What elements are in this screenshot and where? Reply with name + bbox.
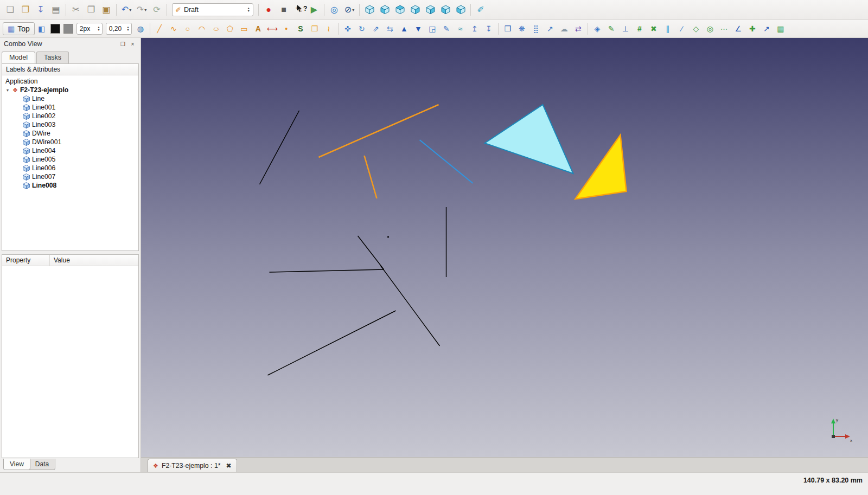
snap-endpoint-button[interactable]: ✎ [604,22,618,36]
right-view-button[interactable] [407,2,423,17]
undo-button-dropdown-arrow[interactable]: ▾ [129,8,131,12]
tree-item-dwire[interactable]: DWire [2,129,138,138]
property-column-header[interactable]: Property [2,255,50,266]
document-tab-close-icon[interactable]: ✖ [226,462,232,470]
new-document-button[interactable]: ❏ [3,2,18,17]
move-button[interactable]: ✜ [341,22,355,36]
orange-line-long[interactable] [319,105,439,157]
black-line-2[interactable] [358,236,384,269]
snap-intersection-button[interactable]: ✚ [745,22,760,36]
macro-stop-button[interactable]: ■ [276,2,291,17]
draft-rectangle-button[interactable]: ▭ [237,22,251,36]
autogroup-button[interactable]: ◍ [133,22,148,36]
draw-style-button-dropdown-arrow[interactable]: ▾ [352,8,354,12]
axonometric-view-button[interactable] [362,2,377,17]
tree-item-line007[interactable]: Line007 [2,172,138,181]
3d-viewport[interactable]: y x [141,38,868,457]
snap-special-button[interactable]: ◇ [689,22,703,36]
print-button[interactable]: ▤ [48,2,63,17]
array-button[interactable]: ❒ [501,22,515,36]
construction-mode-button[interactable]: ◧ [35,22,49,36]
snap-angle-button[interactable]: # [633,22,647,36]
macro-execute-button[interactable]: ▶ [307,2,322,17]
draft-point[interactable] [387,236,389,237]
scale-button[interactable]: ◲ [425,22,439,36]
polar-array-button[interactable]: ❋ [515,22,529,36]
snap-parallel-button[interactable]: ∥ [661,22,675,36]
bottom-view-button[interactable] [438,2,453,17]
black-line-1[interactable] [260,111,299,184]
snap-grid-button[interactable]: ▦ [774,22,788,36]
edit-button[interactable]: ✎ [439,22,454,36]
rotate-button[interactable]: ↻ [355,22,369,36]
line-width-spinbox[interactable]: 2px▲▼ [76,23,103,35]
value-column-header[interactable]: Value [50,255,138,266]
cut-button[interactable]: ✂ [68,2,84,17]
snap-ortho-button[interactable]: ◎ [703,22,717,36]
draft-line-button[interactable]: ╱ [152,22,167,36]
paste-button[interactable]: ▣ [99,2,114,17]
draft-facebinder-button[interactable]: ❒ [308,22,322,36]
line-width-spinbox-arrows[interactable]: ▲▼ [97,26,101,31]
copy-button[interactable]: ❐ [84,2,99,17]
left-view-button[interactable] [453,2,468,17]
tree-item-application[interactable]: Application [2,77,138,86]
dock-float-icon[interactable]: ❐ [119,40,127,48]
front-view-button[interactable] [377,2,392,17]
tab-view[interactable]: View [3,459,30,470]
snap-lock-button[interactable]: ◈ [590,22,604,36]
trimex-button[interactable]: ⇆ [383,22,397,36]
tree-scroll-area[interactable]: Application ▾ ❖ F2-T23-ejemplo LineLine0… [2,75,138,250]
yellow-triangle[interactable] [576,135,627,199]
snap-working-plane-button[interactable]: ↗ [760,22,774,36]
upgrade-button[interactable]: ▲ [397,22,411,36]
rear-view-button[interactable] [423,2,438,17]
tree-item-line002[interactable]: Line002 [2,112,138,120]
draft-text-button[interactable]: A [251,22,265,36]
snap-midpoint-button[interactable]: ⊥ [618,22,633,36]
downgrade-button[interactable]: ▼ [411,22,425,36]
expander-icon[interactable]: ▾ [7,88,12,93]
delete-point-button[interactable]: ↧ [482,22,496,36]
blue-line[interactable] [420,140,473,183]
draft-shapestring-button[interactable]: S [293,22,308,36]
tree-item-line004[interactable]: Line004 [2,146,138,155]
save-button[interactable]: ↧ [33,2,48,17]
open-document-button[interactable]: ❒ [18,2,33,17]
snap-center-button[interactable]: ✖ [647,22,661,36]
redo-button[interactable]: ↷▾ [134,2,149,17]
tab-tasks[interactable]: Tasks [36,52,69,63]
draft-wire-button[interactable]: ∿ [167,22,181,36]
tree-item-line001[interactable]: Line001 [2,103,138,112]
face-color-swatch[interactable] [63,24,73,34]
snap-extension-button[interactable]: ∕ [675,22,689,36]
draft-polygon-button[interactable]: ⬠ [223,22,237,36]
black-line-3[interactable] [381,266,440,346]
offset-button[interactable]: ⇗ [369,22,383,36]
top-view-button[interactable] [392,2,407,17]
workbench-selector[interactable]: ✐Draft▲▼ [172,3,253,16]
draft-bezier-button[interactable]: ≀ [322,22,336,36]
black-line-horizontal[interactable] [270,269,384,272]
black-line-4[interactable] [268,311,396,375]
macro-edit-button[interactable]: ✎ [291,2,307,17]
path-array-button[interactable]: ⣿ [529,22,543,36]
refresh-button[interactable]: ⟳ [149,2,164,17]
tree-item-line006[interactable]: Line006 [2,164,138,172]
draft-ellipse-button[interactable]: ○ [209,22,223,36]
redo-button-dropdown-arrow[interactable]: ▾ [144,8,146,12]
tree-item-line008[interactable]: Line008 [2,181,138,190]
working-plane-button[interactable]: ▦Top [3,22,35,35]
tree-item-dwire001[interactable]: DWire001 [2,138,138,146]
wire-to-bspline-button[interactable]: ≈ [454,22,468,36]
tab-model[interactable]: Model [2,52,35,63]
cyan-triangle[interactable] [485,105,573,173]
draft-dimension-button[interactable]: ⟷ [265,22,279,36]
measure-distance-button[interactable]: ✐ [473,2,488,17]
tab-data[interactable]: Data [29,459,55,470]
draw-style-button[interactable]: ⊘▾ [342,2,357,17]
draft-to-sketch-button[interactable]: ⇄ [571,22,585,36]
draft-point-button[interactable]: • [279,22,293,36]
undo-button[interactable]: ↶▾ [119,2,134,17]
tree-item-line003[interactable]: Line003 [2,120,138,129]
